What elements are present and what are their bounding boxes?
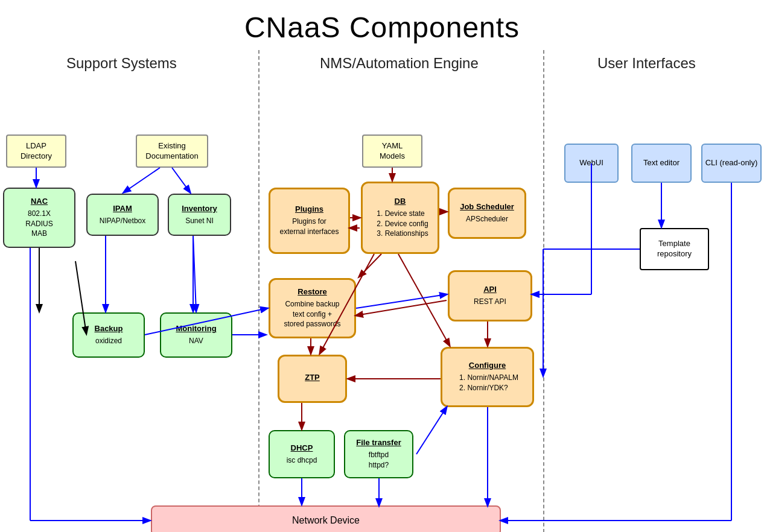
- cli-box: CLI (read-only): [701, 144, 762, 183]
- ztp-box: ZTP: [278, 355, 347, 403]
- ipam-box: IPAM NIPAP/Netbox: [86, 194, 159, 236]
- nac-box: NAC 802.1X RADIUS MAB: [3, 188, 75, 248]
- network-device-box: Network Device: [151, 505, 501, 532]
- svg-line-1: [124, 168, 160, 192]
- svg-line-2: [172, 168, 190, 192]
- svg-line-15: [356, 294, 447, 308]
- diagram-area: Support Systems NMS/Automation Engine Us…: [0, 50, 764, 532]
- divider-left: [258, 50, 259, 532]
- configure-box: Configure 1. Nornir/NAPALM 2. Nornir/YDK…: [441, 347, 534, 407]
- svg-line-12: [398, 254, 450, 346]
- svg-line-34: [193, 236, 196, 311]
- dhcp-box: DHCP isc dhcpd: [269, 430, 335, 478]
- restore-box: Restore Combine backup text config + sto…: [269, 278, 356, 338]
- svg-line-21: [416, 407, 447, 454]
- inventory-box: Inventory Sunet NI: [168, 194, 231, 236]
- divider-right: [543, 50, 544, 532]
- db-box: DB 1. Device state 2. Device config 3. R…: [361, 182, 439, 254]
- ldap-box: LDAP Directory: [6, 135, 66, 168]
- text-editor-box: Text editor: [631, 144, 692, 183]
- file-transfer-box: File transfer fbtftpd httpd?: [344, 430, 413, 478]
- template-repo-box: Template repository: [640, 228, 709, 270]
- existing-docs-box: Existing Documentation: [136, 135, 208, 168]
- monitoring-box: Monitoring NAV: [160, 312, 232, 358]
- api-box: API REST API: [448, 270, 532, 321]
- section-ui: User Interfaces: [597, 55, 696, 72]
- yaml-box: YAML Models: [362, 135, 422, 168]
- section-support: Support Systems: [66, 55, 177, 72]
- job-scheduler-box: Job Scheduler APScheduler: [448, 188, 526, 239]
- section-nms: NMS/Automation Engine: [320, 55, 479, 72]
- backup-box: Backup oxidized: [72, 312, 145, 358]
- plugins-box: Plugins Plugins for external interfaces: [269, 188, 350, 254]
- svg-line-11: [359, 254, 381, 277]
- svg-line-16: [356, 300, 447, 315]
- webui-box: WebUI: [564, 144, 619, 183]
- page-title: CNaaS Components: [0, 0, 764, 50]
